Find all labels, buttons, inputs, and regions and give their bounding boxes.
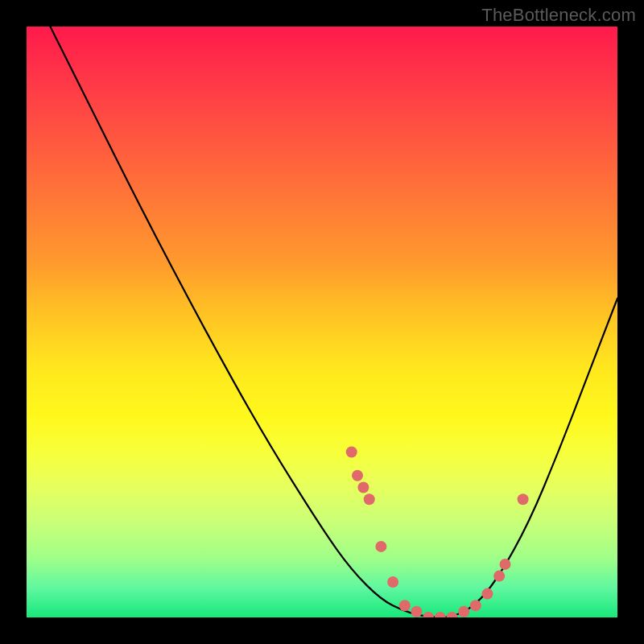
marker-point [423,612,434,617]
marker-point [411,606,422,617]
marker-point [447,612,458,617]
marker-point [364,493,375,505]
marker-point [435,612,446,617]
chart-stage: TheBottleneck.com [0,0,644,644]
marker-point [470,600,481,611]
marker-point [518,493,529,505]
marker-point [482,588,493,600]
marker-point [493,571,505,582]
watermark-text: TheBottleneck.com [481,5,636,26]
marker-point [375,541,386,552]
marker-point [357,482,369,493]
marker-point [458,606,469,617]
marker-point [352,470,363,481]
marker-point [346,447,357,458]
marker-point [399,600,411,611]
marker-point [387,576,398,588]
chart-overlay-svg [27,27,617,617]
marker-point [500,559,511,570]
curve-line [50,27,617,617]
